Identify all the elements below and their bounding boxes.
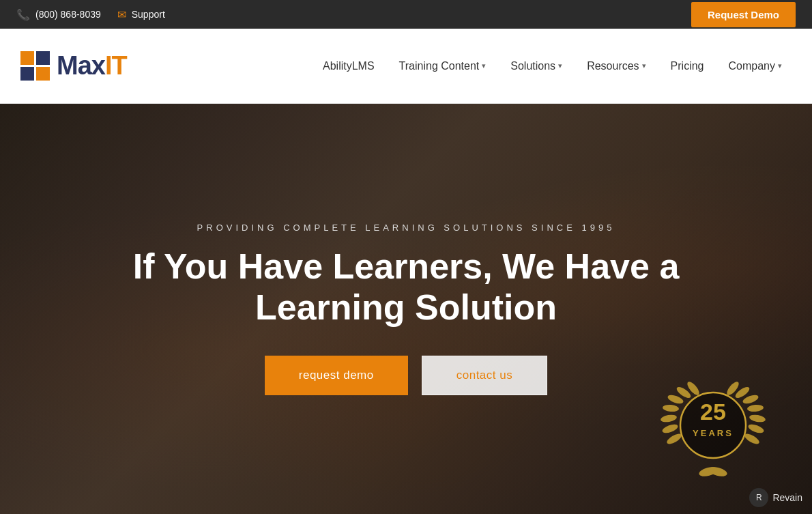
support-item[interactable]: ✉ Support bbox=[117, 8, 165, 21]
navbar: MaxIT AbilityLMS Training Content ▾ Solu… bbox=[0, 29, 812, 104]
nav-label-solutions: Solutions bbox=[510, 60, 555, 72]
svg-point-10 bbox=[747, 404, 764, 412]
logo-sq-3 bbox=[20, 67, 34, 81]
top-bar: 📞 (800) 868-8039 ✉ Support Request Demo bbox=[0, 0, 812, 29]
hero-request-demo-button[interactable]: request demo bbox=[265, 356, 408, 395]
svg-point-3 bbox=[663, 404, 680, 412]
nav-label-abilitylms: AbilityLMS bbox=[323, 60, 375, 72]
chevron-down-icon-3: ▾ bbox=[642, 61, 646, 70]
phone-number: (800) 868-8039 bbox=[35, 9, 101, 20]
email-icon: ✉ bbox=[117, 8, 126, 21]
nav-item-training-content[interactable]: Training Content ▾ bbox=[390, 55, 496, 78]
logo-text: MaxIT bbox=[57, 51, 127, 81]
logo-sq-1 bbox=[20, 51, 34, 65]
nav-label-company: Company bbox=[729, 60, 775, 72]
svg-point-7 bbox=[743, 432, 761, 446]
nav-links: AbilityLMS Training Content ▾ Solutions … bbox=[168, 55, 792, 78]
svg-point-8 bbox=[747, 423, 765, 435]
svg-point-1 bbox=[661, 423, 679, 435]
chevron-down-icon: ▾ bbox=[482, 61, 486, 70]
hero-section: PROVIDING COMPLETE LEARNING SOLUTIONS SI… bbox=[0, 104, 812, 514]
svg-point-9 bbox=[749, 414, 766, 423]
logo[interactable]: MaxIT bbox=[20, 51, 127, 81]
chevron-down-icon-2: ▾ bbox=[558, 61, 562, 70]
logo-squares bbox=[20, 51, 50, 81]
nav-label-training-content: Training Content bbox=[399, 60, 480, 72]
logo-text-it: IT bbox=[105, 51, 127, 80]
nav-item-company[interactable]: Company ▾ bbox=[719, 55, 792, 78]
anniversary-badge: 25 YEARS bbox=[669, 384, 757, 473]
hero-buttons: request demo contact us bbox=[99, 356, 713, 395]
nav-item-resources[interactable]: Resources ▾ bbox=[577, 55, 655, 78]
top-bar-left: 📞 (800) 868-8039 ✉ Support bbox=[16, 8, 165, 21]
logo-sq-4 bbox=[36, 67, 50, 81]
nav-item-solutions[interactable]: Solutions ▾ bbox=[501, 55, 572, 78]
svg-text:YEARS: YEARS bbox=[693, 428, 734, 438]
revain-label: Revain bbox=[772, 492, 802, 503]
hero-title: If You Have Learners, We Have a Learning… bbox=[99, 246, 713, 328]
svg-point-0 bbox=[665, 432, 683, 446]
hero-contact-button[interactable]: contact us bbox=[422, 356, 548, 395]
logo-sq-2 bbox=[36, 51, 50, 65]
nav-label-resources: Resources bbox=[587, 60, 639, 72]
svg-point-2 bbox=[660, 414, 677, 423]
phone-item[interactable]: 📞 (800) 868-8039 bbox=[16, 8, 101, 21]
phone-icon: 📞 bbox=[16, 8, 30, 21]
support-label: Support bbox=[132, 9, 165, 20]
revain-icon: R bbox=[749, 488, 768, 507]
nav-label-pricing: Pricing bbox=[671, 60, 704, 72]
request-demo-button-top[interactable]: Request Demo bbox=[691, 2, 796, 27]
wreath-icon: 25 YEARS bbox=[655, 371, 771, 487]
chevron-down-icon-4: ▾ bbox=[778, 61, 782, 70]
nav-item-pricing[interactable]: Pricing bbox=[661, 55, 714, 78]
hero-subtitle: PROVIDING COMPLETE LEARNING SOLUTIONS SI… bbox=[99, 223, 713, 233]
nav-item-abilitylms[interactable]: AbilityLMS bbox=[313, 55, 384, 78]
hero-content: PROVIDING COMPLETE LEARNING SOLUTIONS SI… bbox=[72, 223, 740, 395]
revain-badge: R Revain bbox=[749, 488, 802, 507]
svg-text:25: 25 bbox=[700, 399, 726, 425]
